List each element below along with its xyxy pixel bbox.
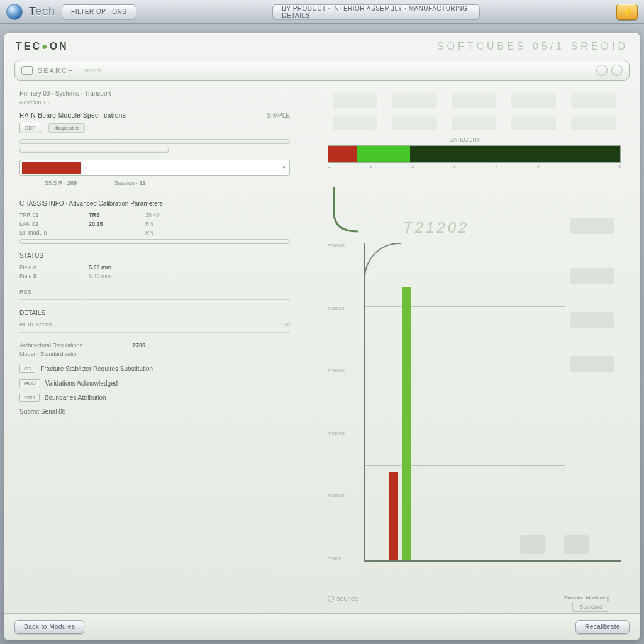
vehicle-icon-grid [301, 90, 628, 134]
arch-reg-val: 2706 [133, 342, 189, 348]
horizontal-gauge [328, 145, 621, 163]
c-row1-x: 6.40 mm [89, 273, 111, 279]
c-row1-k: Field B [19, 273, 89, 279]
vehicle-icon [452, 115, 497, 130]
right-panel: CATEGORY 0123456 T21202 50000 100000 150… [301, 90, 628, 640]
b-row2-k: SF module [19, 230, 89, 236]
grid-caption: CATEGORY [301, 136, 628, 143]
recalibrate-button[interactable]: Recalibrate [575, 620, 630, 634]
gauge-end-icon: ● [282, 164, 286, 170]
c-row2-k: RSS [19, 289, 89, 295]
badge-2: 2535 [19, 394, 40, 402]
chart-sub-a: Emission Monitoring [564, 595, 609, 601]
vehicle-icon [452, 92, 497, 108]
plot-area [364, 243, 621, 562]
chart-sub-b[interactable]: Standard [572, 602, 609, 612]
section-d-title: DETAILS [19, 309, 290, 316]
left-panel: Primary 03 · Systems · Transport Revisio… [19, 90, 290, 640]
li-text-1: Validations Acknowledged [45, 380, 118, 387]
section-c-title: STATUS [19, 252, 290, 259]
list-item[interactable]: CSFracture Stabilizer Requires Substitut… [19, 365, 290, 373]
bar-green [402, 287, 411, 560]
progress-gauge: ● [19, 160, 290, 176]
power-button[interactable]: ⚡ [616, 4, 638, 20]
d-row0-k: BL 01 Series [19, 321, 89, 328]
b-row1-x: RN [145, 221, 153, 227]
os-titlebar: Tech FILTER OPTIONS BY PRODUCT · INTERIO… [0, 0, 644, 24]
breadcrumb-button[interactable]: BY PRODUCT · INTERIOR ASSEMBLY · MANUFAC… [272, 4, 480, 19]
vehicle-icon [511, 92, 556, 108]
edit-button[interactable]: EDIT [19, 123, 42, 133]
li-text-2: Boundaries Attribution [45, 394, 106, 401]
section-a-right: SIMPLE [267, 112, 290, 119]
vehicle-icon [571, 115, 616, 130]
b-row1-v: 20.15 [89, 221, 145, 227]
chart-watermark: T21202 [403, 219, 469, 236]
info-icon[interactable] [611, 65, 623, 76]
b-row2-v [89, 230, 145, 236]
gauge-ticks: 0123456 [328, 164, 621, 169]
breadcrumb: Primary 03 · Systems · Transport [19, 90, 290, 97]
mod-std-label: Modern Standardization [19, 351, 133, 357]
bar-red [389, 472, 398, 560]
vehicle-icon [511, 115, 556, 130]
content-area: Primary 03 · Systems · Transport Revisio… [4, 86, 640, 640]
arch-reg-label: Architectural Regulations [19, 342, 133, 348]
vehicle-icon [392, 92, 437, 108]
diagnostics-tag: diagnostics [48, 123, 85, 133]
vehicle-icon [333, 92, 377, 108]
refresh-icon[interactable] [596, 65, 608, 76]
li-text-0: Fracture Stabilizer Requires Substitutio… [40, 365, 153, 372]
section-a-title: RAIN Board Module Specifications [19, 112, 126, 119]
b-row0-k: TPR 01 [19, 212, 89, 218]
list-item[interactable]: Submit Serial 08 [19, 408, 290, 415]
search-bar[interactable]: SEARCH search [14, 60, 630, 81]
badge-1: MOD [19, 379, 40, 387]
search-hint: search [84, 67, 101, 74]
spec-bar-2 [19, 148, 169, 153]
list-item[interactable]: MODValidations Acknowledged [19, 379, 290, 387]
section-b-title: CHASSIS INFO · Advanced Calibration Para… [19, 200, 290, 207]
badge-0: CS [19, 365, 35, 373]
back-button[interactable]: Back to Modules [14, 620, 84, 634]
filter-button[interactable]: FILTER OPTIONS [62, 4, 136, 19]
b-row2-x: RN [145, 230, 153, 236]
vehicle-icon [333, 115, 377, 130]
bolt-icon: ⚡ [622, 7, 633, 17]
legend-dot-icon [328, 596, 334, 602]
spec-bar-1 [19, 139, 290, 144]
window-footer: Back to Modules Recalibrate [4, 613, 640, 640]
c-row0-v: 5.00 mm [89, 264, 145, 270]
app-window: TEC●ON SOFTCUBES 05/1 SREOID SEARCH sear… [4, 33, 640, 640]
revision-label: Revision 1.2 [19, 99, 290, 106]
vehicle-icon [392, 115, 437, 130]
os-brand: Tech [29, 5, 55, 18]
pair-a-key: S5:S R [45, 180, 63, 186]
d-row0-x: 100 [280, 321, 290, 328]
main-chart: T21202 50000 100000 150000 200000 250000… [328, 213, 621, 577]
c-row0-k: Field A [19, 264, 89, 270]
page-title: SOFTCUBES 05/1 SREOID [437, 41, 628, 52]
search-icon [21, 66, 33, 75]
y-axis: 50000 100000 150000 200000 250000 300000 [328, 243, 345, 562]
pair-b-val: 11 [140, 180, 146, 186]
pair-b-key: Session [114, 180, 135, 186]
pair-a-val: 285 [67, 180, 77, 186]
list-item[interactable]: 2535Boundaries Attribution [19, 394, 290, 402]
app-logo: TEC●ON [16, 41, 69, 52]
li-text-3: Submit Serial 08 [19, 408, 65, 415]
b-row1-k: LAN 02 [19, 221, 89, 227]
notice-list: CSFracture Stabilizer Requires Substitut… [19, 358, 290, 421]
window-header: TEC●ON SOFTCUBES 05/1 SREOID [4, 33, 640, 60]
search-label: SEARCH [38, 67, 74, 74]
b-row0-v: TRS [89, 212, 145, 218]
chart-legend: SOURCE [328, 596, 358, 602]
globe-icon [6, 4, 23, 20]
vehicle-icon [571, 92, 616, 108]
spec-bar-3 [19, 239, 290, 244]
b-row0-x: 38 40 [145, 212, 160, 218]
